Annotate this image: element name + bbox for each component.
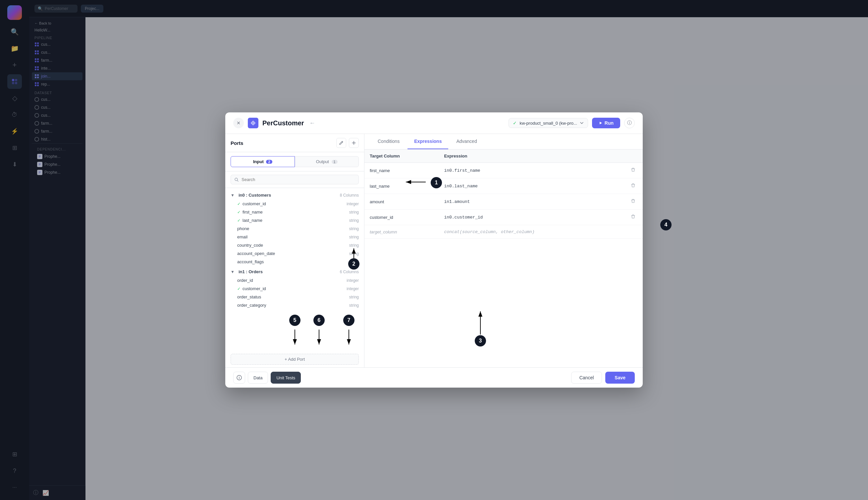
env-selector[interactable]: ✓ kw-product_small_0 (kw-pro... xyxy=(508,118,588,128)
col-order-category: order_category string xyxy=(225,301,364,309)
run-label: Run xyxy=(605,120,613,126)
svg-point-29 xyxy=(235,178,237,181)
callout-2-number: 2 xyxy=(352,261,355,267)
search-box xyxy=(225,171,364,188)
callout-7: 7 xyxy=(343,315,354,326)
search-input[interactable] xyxy=(242,177,355,182)
col-account-open-date-label: account_open_date xyxy=(237,251,275,256)
save-button[interactable]: Save xyxy=(605,372,635,384)
chevron-in0-icon: ▼ xyxy=(231,193,235,197)
footer-left: Data Unit Tests xyxy=(233,372,301,384)
col-email-label: email xyxy=(237,235,247,239)
col-account-open-date-type: string xyxy=(349,251,359,256)
run-button[interactable]: Run xyxy=(592,118,620,128)
group-in0-cols: 8 Columns xyxy=(340,193,359,197)
modal-overlay: × PerCustomer ← ✓ kw-product_small_0 (kw… xyxy=(0,0,868,500)
callout-1: 1 xyxy=(431,177,442,188)
edit-ports-button[interactable] xyxy=(336,138,346,148)
tab-conditions-label: Conditions xyxy=(378,139,400,144)
callout-2: 2 xyxy=(348,258,360,270)
col-country-code-label: country_code xyxy=(237,243,263,248)
footer-info-button[interactable] xyxy=(233,372,245,384)
col-order-category-name: order_category xyxy=(237,303,266,308)
col-first-name-type: string xyxy=(349,210,359,215)
tab-expressions-label: Expressions xyxy=(414,139,442,144)
target-customer-id: customer_id xyxy=(364,209,439,225)
ports-actions xyxy=(336,138,359,148)
ports-header: Ports xyxy=(225,134,364,152)
output-tab[interactable]: Output 1 xyxy=(295,156,359,167)
delete-first-name-button[interactable] xyxy=(629,167,637,174)
col-country-code: country_code string xyxy=(225,241,364,249)
input-tab[interactable]: Input 2 xyxy=(231,156,295,167)
placeholder-expr-text: concat(source_column, other_column) xyxy=(444,229,535,235)
col-phone-label: phone xyxy=(237,226,249,231)
col-first-name: ✓ first_name string xyxy=(225,208,364,216)
col-order-status-name: order_status xyxy=(237,294,261,299)
col-account-open-date-name: account_open_date xyxy=(237,251,275,256)
expr-amount: in1.amount xyxy=(439,194,623,209)
col-order-id-name: order_id xyxy=(237,278,253,283)
col-first-name-label: first_name xyxy=(243,209,263,215)
modal-title-arrow: ← xyxy=(309,120,315,127)
col-last-name-label: last_name xyxy=(243,218,262,223)
plus-icon xyxy=(352,140,356,145)
group-in1-left: ▼ in1 : Orders xyxy=(231,269,263,274)
data-button[interactable]: Data xyxy=(248,372,268,384)
group-in0[interactable]: ▼ in0 : Customers 8 Columns xyxy=(225,191,364,200)
tab-advanced[interactable]: Advanced xyxy=(449,134,483,149)
col-order-id-type: integer xyxy=(347,278,359,283)
tab-conditions[interactable]: Conditions xyxy=(371,134,406,149)
header-info-button[interactable]: ⓘ xyxy=(624,118,635,128)
info-circle-icon xyxy=(236,375,242,380)
expressions-table: Target Column Expression first_name in0.… xyxy=(364,149,643,367)
trash-icon-2 xyxy=(631,183,635,188)
env-check-icon: ✓ xyxy=(513,120,517,126)
cancel-button[interactable]: Cancel xyxy=(571,372,602,384)
delete-customer-id-button[interactable] xyxy=(629,214,637,221)
unit-tests-button[interactable]: Unit Tests xyxy=(271,372,301,384)
add-port-label: + Add Port xyxy=(284,357,305,362)
col-phone: phone string xyxy=(225,225,364,233)
target-last-name: last_name xyxy=(364,178,439,194)
per-customer-modal: × PerCustomer ← ✓ kw-product_small_0 (kw… xyxy=(225,112,643,388)
col-order-status-label: order_status xyxy=(237,294,261,299)
callout-5: 5 xyxy=(289,315,301,326)
check-last-name-icon: ✓ xyxy=(237,218,241,223)
col-email-type: string xyxy=(349,235,359,239)
callout-6: 6 xyxy=(314,315,325,326)
modal-header-right: ✓ kw-product_small_0 (kw-pro... Run ⓘ xyxy=(508,118,635,128)
col-orders-customer-id-type: integer xyxy=(347,286,359,291)
col-order-category-type: string xyxy=(349,303,359,308)
add-ports-button[interactable] xyxy=(349,138,359,148)
th-target-column: Target Column xyxy=(364,149,439,163)
svg-point-31 xyxy=(239,376,239,377)
modal-close-button[interactable]: × xyxy=(233,118,244,128)
group-in1[interactable]: ▼ in1 : Orders 6 Columns xyxy=(225,267,364,276)
col-account-flags-name: account_flags xyxy=(237,259,264,264)
target-first-name: first_name xyxy=(364,163,439,178)
col-email-name: email xyxy=(237,235,247,239)
expr-last-name: in0.last_name xyxy=(439,178,623,194)
delete-last-name-button[interactable] xyxy=(629,182,637,190)
tab-expressions[interactable]: Expressions xyxy=(408,134,448,149)
placeholder-target-text: target_column xyxy=(370,229,397,235)
check-customer-id-icon: ✓ xyxy=(237,202,241,206)
delete-amount-button[interactable] xyxy=(629,198,637,205)
pencil-icon xyxy=(339,140,343,145)
col-last-name-type: string xyxy=(349,218,359,223)
trash-icon-1 xyxy=(631,168,635,172)
col-country-code-name: country_code xyxy=(237,243,263,248)
delete-first-name-cell xyxy=(623,163,643,178)
expressions-panel: Conditions Expressions Advanced Target xyxy=(364,134,643,367)
callout-1-number: 1 xyxy=(435,180,438,186)
callout-6-number: 6 xyxy=(318,317,321,323)
col-order-status-type: string xyxy=(349,295,359,299)
expr-first-name: in0.first_name xyxy=(439,163,623,178)
add-port-button[interactable]: + Add Port xyxy=(231,354,359,365)
col-customer-id-name: ✓ customer_id xyxy=(237,201,266,206)
callout-4-number: 4 xyxy=(665,222,668,228)
check-orders-customer-id-icon: ✓ xyxy=(237,286,241,291)
col-order-status: order_status string xyxy=(225,293,364,301)
callout-3: 3 xyxy=(475,335,486,346)
